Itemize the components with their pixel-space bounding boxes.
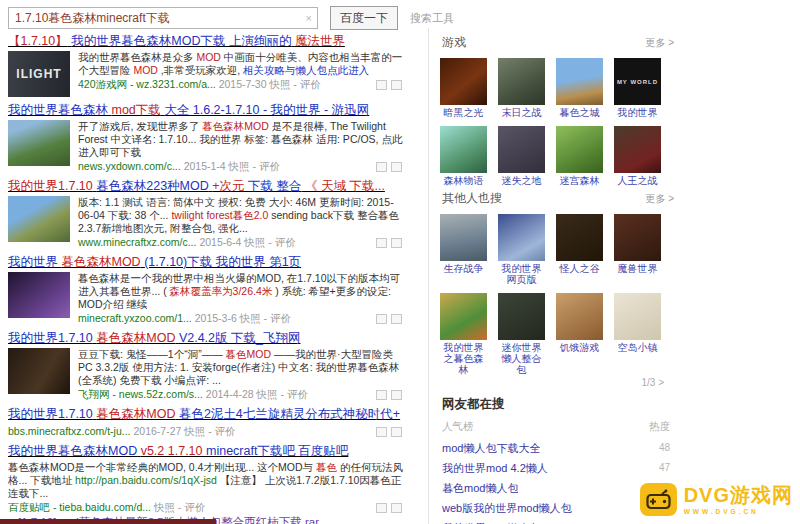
result-title[interactable]: 【1.7.10】 我的世界暮色森林MOD下载 上演绚丽的 魔法世界 [8,34,406,49]
result-thumbnail[interactable] [8,272,70,318]
result-thumbnail[interactable] [8,120,70,166]
share-icon[interactable] [376,314,387,324]
meta-segment: 快照 - 评价 [240,312,291,324]
result-title[interactable]: 我的世界暮色森林MOD v5.2 1.7.10 minecraft下载吧 百度贴… [8,444,406,459]
pagination[interactable]: 1/3 > [440,377,664,388]
search-tools-link[interactable]: 搜索工具 [410,11,454,26]
title-segment[interactable]: 暮色森林MOD [96,331,175,345]
more-link[interactable]: 更多 > [645,192,674,206]
game-tile[interactable] [614,293,661,340]
title-segment[interactable]: (1.7.10)下载 我的世界 第1页 [144,255,301,269]
game-tile-label[interactable]: 迷你世界懒人整合包 [498,342,545,375]
game-tile-label[interactable]: 怪人之谷 [556,263,603,274]
game-tile[interactable] [614,214,661,261]
game-tile-label[interactable]: 我的世界网页版 [498,263,545,285]
game-tile[interactable] [614,126,661,173]
title-segment[interactable]: minecraft下载吧 百度贴吧 [206,444,348,458]
game-tile[interactable] [556,126,603,173]
description-segment: 暮色森林MOD [202,120,269,132]
title-segment[interactable]: 我的世界暮色森林MOD下载 上演绚丽的 [71,34,291,48]
title-segment[interactable]: 魔法世界 [295,34,345,48]
game-tile-label[interactable]: 迷宫森林 [556,175,603,186]
feedback-icon[interactable] [391,503,402,513]
game-tile[interactable] [440,58,487,105]
title-segment[interactable]: +次元 [212,179,248,193]
result-title[interactable]: 我的世界暮色森林 mod下载 大全 1.6.2-1.7.10 - 我的世界 - … [8,103,406,118]
feedback-icon[interactable] [391,314,402,324]
game-tile[interactable] [498,58,545,105]
result-meta: 420游戏网 - wz.3231.com/a... 2015-7-30 快照 -… [78,78,406,91]
feedback-icon[interactable] [391,80,402,90]
result-description: 版本: 1.1 测试 语言: 简体中文 授权: 免费 大小: 46M 更新时间:… [78,196,406,235]
title-segment[interactable]: 暮色森林223种MOD [96,179,209,193]
result-thumbnail[interactable] [8,196,70,242]
result-thumbnail[interactable] [8,348,70,394]
game-tile[interactable] [498,126,545,173]
game-tile[interactable] [498,214,545,261]
title-segment[interactable]: 暮色森林MOD [96,407,175,421]
result-title[interactable]: 我的世界 暮色森林MOD (1.7.10)下载 我的世界 第1页 [8,255,406,270]
game-tile[interactable] [556,293,603,340]
game-tile-label[interactable]: 迷失之地 [498,175,545,186]
game-tile-label[interactable]: 末日之战 [498,107,545,118]
title-segment[interactable]: 我的世界1.7.10 [8,331,93,345]
result-body: 暮色森林MOD是一个非常经典的MOD, 0.4才刚出现... 这个MOD与 暮色… [8,461,406,514]
title-segment[interactable]: 暮色森林MOD [61,255,140,269]
title-segment[interactable]: 大全 1.6.2-1.7.10 - 我的世界 - 游迅网 [164,103,369,117]
title-segment[interactable]: 我的世界暮色森林MOD [8,444,137,458]
title-segment[interactable]: v5.2 1.7.10 [141,444,206,458]
game-tile[interactable] [556,58,603,105]
game-tile-label[interactable]: 空岛小镇 [614,342,661,353]
related-search-link[interactable]: 我的世界mod懒人包 [442,518,540,524]
result-title[interactable]: 我的世界1.7.10 暮色森林223种MOD +次元 下载 整合 《 天域 下载… [8,179,406,194]
more-link[interactable]: 更多 > [645,36,674,50]
game-tile-label[interactable]: 魔兽世界 [614,263,661,274]
title-segment[interactable]: 暮色2泥土4七兰旋精灵分布式神秘时代+ [179,407,400,421]
result-title[interactable]: 我的世界1.7.10 暮色森林MOD 暮色2泥土4七兰旋精灵分布式神秘时代+ [8,407,406,422]
game-tile[interactable] [556,214,603,261]
related-search-link[interactable]: 我的世界mod 4.2懒人 [442,458,548,478]
share-icon[interactable] [376,427,387,437]
game-cell: 暮色之城 [556,58,603,118]
game-tile[interactable] [498,293,545,340]
share-icon[interactable] [376,390,387,400]
related-search-link[interactable]: 暮色mod懒人包 [442,478,518,498]
title-segment[interactable]: 【1.7.10】 [8,34,68,48]
title-segment[interactable]: V2.4.2版 下载_飞翔网 [179,331,301,345]
game-tile-label[interactable]: 暗黑之光 [440,107,487,118]
share-icon[interactable] [376,238,387,248]
feedback-icon[interactable] [391,162,402,172]
search-button[interactable]: 百度一下 [330,6,398,30]
clear-icon[interactable]: × [306,11,312,25]
game-tile[interactable]: MY WORLD [614,58,661,105]
game-tile[interactable] [440,126,487,173]
title-segment[interactable]: 我的世界1.7.10 [8,179,93,193]
result-thumbnail[interactable]: ILIGHT [8,51,70,97]
share-icon[interactable] [376,162,387,172]
title-segment[interactable]: mod下载 [111,103,160,117]
game-tile-label[interactable]: 人王之战 [614,175,661,186]
game-tile-label[interactable]: 饥饿游戏 [556,342,603,353]
title-segment[interactable]: 《 天域 下载... [305,179,385,193]
game-tile-label[interactable]: 森林物语 [440,175,487,186]
feedback-icon[interactable] [391,238,402,248]
search-input[interactable] [8,7,318,29]
title-segment[interactable]: 我的世界暮色森林 [8,103,108,117]
game-tile-label[interactable]: 我的世界之暮色森林 [440,342,487,375]
title-segment[interactable]: 下载 整合 [248,179,301,193]
title-segment[interactable]: 我的世界 [8,255,58,269]
feedback-icon[interactable] [391,427,402,437]
related-search-link[interactable]: mod懒人包下载大全 [442,438,540,458]
related-columns: 人气榜 热度 [442,420,670,434]
game-tile-label[interactable]: 我的世界 [614,107,661,118]
share-icon[interactable] [376,503,387,513]
game-tile-label[interactable]: 生存战争 [440,263,487,274]
game-tile-label[interactable]: 暮色之城 [556,107,603,118]
share-icon[interactable] [376,80,387,90]
feedback-icon[interactable] [391,390,402,400]
game-tile[interactable] [440,293,487,340]
title-segment[interactable]: 我的世界1.7.10 [8,407,93,421]
result-title[interactable]: 我的世界1.7.10 暮色森林MOD V2.4.2版 下载_飞翔网 [8,331,406,346]
related-search-link[interactable]: web版我的世界mod懒人包 [442,498,572,518]
game-tile[interactable] [440,214,487,261]
